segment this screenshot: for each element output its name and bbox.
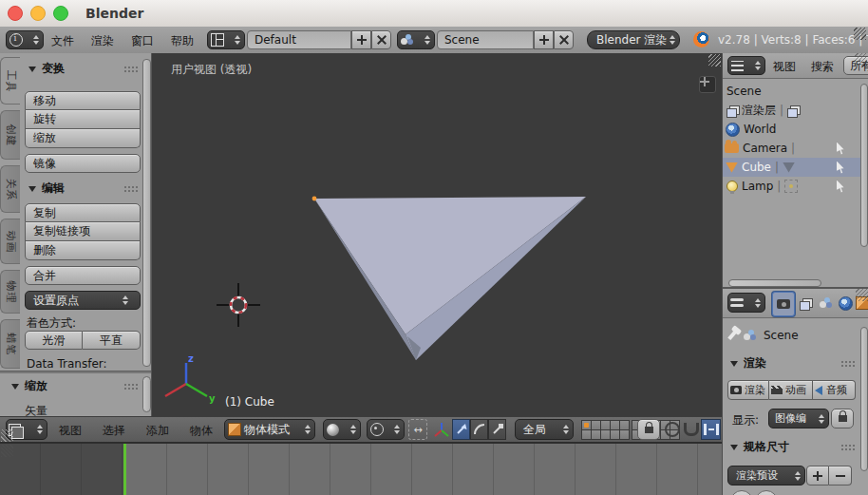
outliner-row-cube[interactable]: Cube | [723,158,868,177]
maximize-window-button[interactable] [53,6,68,21]
shade-smooth-button[interactable]: 光滑 [25,331,83,350]
viewport-3d[interactable]: 用户视图 (透视) z y (1) Cube [152,53,722,416]
panel-grip-icon[interactable] [123,66,139,72]
outliner-row-world[interactable]: World [723,120,868,139]
outliner-row-camera[interactable]: Camera | [723,139,868,158]
render-still-button[interactable]: 渲染 [727,380,769,400]
corner-resize-handle[interactable] [855,53,867,66]
corner-resize-handle[interactable] [854,28,866,40]
editor-type-selector-properties[interactable] [727,293,765,313]
region-expand-button[interactable] [699,76,716,93]
add-scene-button[interactable] [534,30,554,49]
outliner-menu-search[interactable]: 搜索 [811,59,834,75]
tab-grease-pencil[interactable]: 蜡笔 [0,319,20,369]
partial-widget[interactable] [755,490,778,495]
layers-grid-1[interactable] [581,420,629,439]
corner-resize-handle[interactable] [856,289,868,301]
display-mode-dropdown[interactable]: 图像编 [768,409,829,428]
scene-name-field[interactable]: Scene [437,30,534,49]
tab-animation[interactable]: 动画 [0,219,20,264]
preset-remove-button[interactable] [829,466,852,485]
tab-scene-properties[interactable] [816,292,837,314]
preset-add-button[interactable] [806,466,829,485]
manipulator-scale-toggle[interactable] [488,419,506,440]
partial-widget[interactable] [730,490,753,495]
duplicate-button[interactable]: 复制 [25,203,141,222]
menu-object[interactable]: 物体 [190,423,213,439]
panel-edit-header[interactable]: 编辑 [28,181,139,197]
editor-type-selector-outliner[interactable] [727,56,765,75]
menu-select[interactable]: 选择 [103,423,125,439]
mode-dropdown[interactable]: 物体模式 [224,419,315,440]
selectability-cursor-icon[interactable] [837,181,846,193]
outliner-row-renderlayers[interactable]: 渲染层 | [723,101,868,120]
manipulator-translate-toggle[interactable] [452,419,470,440]
snap-element-button[interactable] [701,419,721,440]
panel-grip-icon[interactable] [123,185,139,192]
rotate-button[interactable]: 旋转 [25,110,141,129]
panel-grip-icon[interactable] [840,444,856,450]
timeline-playhead[interactable] [123,444,126,495]
set-origin-dropdown[interactable]: 设置原点 [25,291,141,310]
render-audio-button[interactable]: 音频 [813,380,856,400]
editor-type-selector-info[interactable] [6,30,44,49]
outliner-menu-view[interactable]: 视图 [773,59,796,75]
viewport-shading-dropdown[interactable] [323,419,361,440]
corner-resize-handle[interactable] [708,54,721,67]
render-preset-dropdown[interactable]: 渲染预设 [727,466,805,485]
toolshelf-scrollbar[interactable] [142,59,151,367]
tab-relations[interactable]: 关系 [0,165,20,213]
panel-transform-header[interactable]: 变换 [28,61,139,77]
scale-button[interactable]: 缩放 [25,129,141,148]
manipulator-rotate-toggle[interactable] [470,419,488,440]
tab-physics[interactable]: 物理 [0,270,20,314]
minimize-window-button[interactable] [30,6,46,21]
delete-layout-button[interactable] [371,30,391,49]
timeline-after-range[interactable] [126,444,722,495]
close-window-button[interactable] [8,6,23,21]
screen-layout-name-field[interactable]: Default [247,30,351,49]
outliner-row-lamp[interactable]: Lamp | [723,177,868,196]
shade-flat-button[interactable]: 平直 [83,331,141,350]
outliner-scrollbar[interactable] [860,84,868,247]
outliner-row-scene[interactable]: Scene [723,82,868,101]
object-cone[interactable] [152,53,722,416]
panel-grip-icon[interactable] [123,383,139,390]
transform-orientation-dropdown[interactable]: 全局 [515,419,574,440]
mirror-button[interactable]: 镜像 [25,154,141,173]
tab-render-properties[interactable] [772,292,795,316]
tab-create[interactable]: 创建 [0,110,20,160]
menu-file[interactable]: 文件 [51,33,74,49]
render-animation-button[interactable]: 动画 [769,380,813,400]
menu-view[interactable]: 视图 [59,423,82,439]
selectability-cursor-icon[interactable] [837,143,846,155]
pivot-point-dropdown[interactable] [367,419,405,440]
manipulate-center-points-toggle[interactable]: ↔ [408,419,427,440]
menu-add[interactable]: 添加 [146,423,169,439]
properties-scrollbar[interactable] [860,327,868,471]
corner-resize-handle[interactable] [1,445,13,457]
display-lock-button[interactable] [831,409,854,428]
timeline-before-range[interactable] [0,444,123,495]
screen-layout-selector[interactable] [207,30,245,49]
selectability-cursor-icon[interactable] [837,162,846,174]
snap-toggle[interactable] [682,419,701,440]
move-button[interactable]: 移动 [25,91,141,110]
duplicate-linked-button[interactable]: 复制链接项 [25,222,141,241]
outliner-hscrollbar[interactable] [728,279,821,287]
pin-icon[interactable] [727,331,736,340]
panel-grip-icon[interactable] [840,360,856,367]
menu-window[interactable]: 窗口 [131,33,154,49]
panel-dimensions-header[interactable]: 规格尺寸 [730,439,856,455]
manipulator-axis-icon[interactable] [433,422,450,439]
scene-lock-button[interactable] [637,419,660,440]
timeline[interactable] [0,443,722,495]
join-button[interactable]: 合并 [25,266,141,285]
delete-button[interactable]: 删除 [25,241,141,260]
panel-render-header[interactable]: 渲染 [730,355,856,371]
menu-help[interactable]: 帮助 [171,33,194,49]
tab-tools[interactable]: 工具 [0,57,20,105]
tab-render-layers[interactable] [795,292,816,314]
delete-scene-button[interactable] [554,30,574,49]
scene-selector[interactable] [397,30,435,49]
